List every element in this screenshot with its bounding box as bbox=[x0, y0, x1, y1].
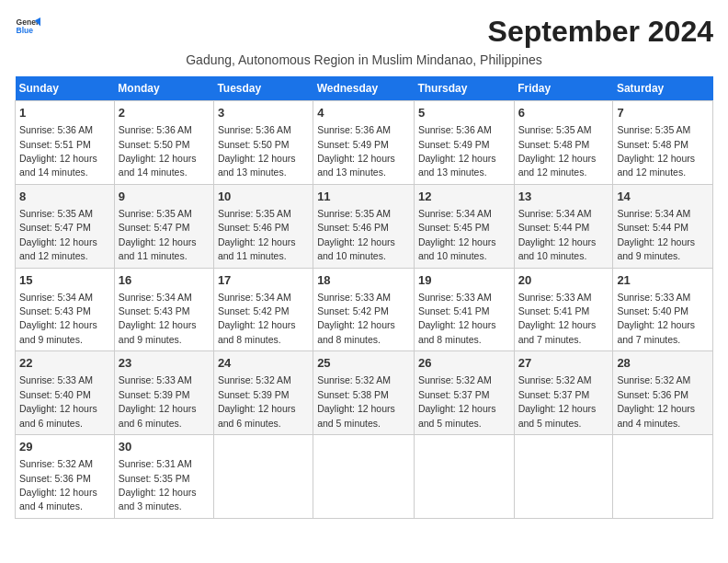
sunrise-info: Sunrise: 5:33 AM bbox=[119, 374, 192, 385]
sunrise-info: Sunrise: 5:32 AM bbox=[19, 458, 93, 469]
sunset-info: Sunset: 5:49 PM bbox=[418, 139, 490, 150]
sunrise-info: Sunrise: 5:34 AM bbox=[19, 292, 93, 303]
sunrise-info: Sunrise: 5:33 AM bbox=[317, 292, 391, 303]
day-number: 20 bbox=[518, 272, 609, 289]
sunset-info: Sunset: 5:46 PM bbox=[317, 222, 389, 233]
table-row: 8Sunrise: 5:35 AMSunset: 5:47 PMDaylight… bbox=[16, 184, 115, 268]
table-row bbox=[414, 435, 514, 519]
day-number: 22 bbox=[19, 355, 110, 372]
day-number: 8 bbox=[19, 189, 110, 205]
day-number: 14 bbox=[617, 189, 709, 205]
table-row: 19Sunrise: 5:33 AMSunset: 5:41 PMDayligh… bbox=[414, 268, 514, 351]
sunset-info: Sunset: 5:40 PM bbox=[19, 389, 91, 400]
sunrise-info: Sunrise: 5:34 AM bbox=[617, 208, 690, 219]
daylight-info: Daylight: 12 hours and 12 minutes. bbox=[19, 236, 97, 261]
day-number: 30 bbox=[119, 439, 210, 455]
table-row: 7Sunrise: 5:35 AMSunset: 5:48 PMDaylight… bbox=[613, 101, 713, 185]
table-row: 18Sunrise: 5:33 AMSunset: 5:42 PMDayligh… bbox=[313, 268, 415, 351]
daylight-info: Daylight: 12 hours and 12 minutes. bbox=[617, 153, 695, 178]
sunset-info: Sunset: 5:48 PM bbox=[617, 139, 688, 150]
table-row bbox=[313, 435, 415, 519]
header-tuesday: Tuesday bbox=[213, 76, 313, 101]
table-row: 29Sunrise: 5:32 AMSunset: 5:36 PMDayligh… bbox=[16, 435, 115, 519]
daylight-info: Daylight: 12 hours and 3 minutes. bbox=[119, 487, 197, 511]
daylight-info: Daylight: 12 hours and 11 minutes. bbox=[119, 236, 197, 261]
sunset-info: Sunset: 5:50 PM bbox=[218, 139, 290, 150]
header-sunday: Sunday bbox=[16, 76, 115, 101]
table-row: 24Sunrise: 5:32 AMSunset: 5:39 PMDayligh… bbox=[213, 351, 313, 435]
daylight-info: Daylight: 12 hours and 6 minutes. bbox=[119, 403, 197, 428]
day-number: 6 bbox=[518, 105, 609, 121]
daylight-info: Daylight: 12 hours and 14 minutes. bbox=[19, 153, 97, 178]
sunrise-info: Sunrise: 5:32 AM bbox=[617, 374, 690, 385]
day-number: 24 bbox=[218, 355, 309, 372]
day-number: 18 bbox=[317, 272, 410, 289]
daylight-info: Daylight: 12 hours and 5 minutes. bbox=[418, 403, 496, 428]
table-row bbox=[514, 435, 613, 519]
daylight-info: Daylight: 12 hours and 4 minutes. bbox=[19, 487, 97, 511]
daylight-info: Daylight: 12 hours and 14 minutes. bbox=[119, 153, 197, 178]
header-saturday: Saturday bbox=[613, 76, 713, 101]
location-title: Gadung, Autonomous Region in Muslim Mind… bbox=[15, 52, 713, 67]
daylight-info: Daylight: 12 hours and 6 minutes. bbox=[19, 403, 97, 428]
sunrise-info: Sunrise: 5:33 AM bbox=[617, 292, 690, 303]
day-number: 26 bbox=[418, 355, 510, 372]
day-number: 13 bbox=[518, 189, 609, 205]
daylight-info: Daylight: 12 hours and 10 minutes. bbox=[418, 236, 496, 261]
day-number: 21 bbox=[617, 272, 709, 289]
day-number: 12 bbox=[418, 189, 510, 205]
sunset-info: Sunset: 5:41 PM bbox=[418, 305, 490, 316]
day-number: 2 bbox=[119, 105, 210, 121]
day-number: 17 bbox=[218, 272, 309, 289]
day-number: 25 bbox=[317, 355, 410, 372]
sunrise-info: Sunrise: 5:36 AM bbox=[19, 124, 93, 135]
svg-text:Blue: Blue bbox=[17, 26, 34, 35]
table-row: 20Sunrise: 5:33 AMSunset: 5:41 PMDayligh… bbox=[514, 268, 613, 351]
sunrise-info: Sunrise: 5:35 AM bbox=[19, 208, 93, 219]
table-row: 10Sunrise: 5:35 AMSunset: 5:46 PMDayligh… bbox=[213, 184, 313, 268]
table-row: 27Sunrise: 5:32 AMSunset: 5:37 PMDayligh… bbox=[514, 351, 613, 435]
sunset-info: Sunset: 5:47 PM bbox=[119, 222, 190, 233]
sunrise-info: Sunrise: 5:36 AM bbox=[218, 124, 291, 135]
sunrise-info: Sunrise: 5:32 AM bbox=[418, 374, 492, 385]
sunset-info: Sunset: 5:38 PM bbox=[317, 389, 389, 400]
sunrise-info: Sunrise: 5:33 AM bbox=[518, 292, 592, 303]
sunrise-info: Sunrise: 5:34 AM bbox=[418, 208, 492, 219]
daylight-info: Daylight: 12 hours and 11 minutes. bbox=[218, 236, 296, 261]
sunrise-info: Sunrise: 5:36 AM bbox=[119, 124, 192, 135]
table-row: 30Sunrise: 5:31 AMSunset: 5:35 PMDayligh… bbox=[114, 435, 213, 519]
sunrise-info: Sunrise: 5:35 AM bbox=[617, 124, 690, 135]
daylight-info: Daylight: 12 hours and 6 minutes. bbox=[218, 403, 296, 428]
sunset-info: Sunset: 5:47 PM bbox=[19, 222, 91, 233]
header-wednesday: Wednesday bbox=[313, 76, 415, 101]
table-row: 15Sunrise: 5:34 AMSunset: 5:43 PMDayligh… bbox=[16, 268, 115, 351]
sunset-info: Sunset: 5:42 PM bbox=[218, 305, 290, 316]
daylight-info: Daylight: 12 hours and 7 minutes. bbox=[617, 319, 695, 344]
month-title: September 2024 bbox=[488, 15, 713, 49]
sunset-info: Sunset: 5:40 PM bbox=[617, 305, 688, 316]
sunrise-info: Sunrise: 5:34 AM bbox=[119, 292, 192, 303]
daylight-info: Daylight: 12 hours and 10 minutes. bbox=[317, 236, 395, 261]
day-number: 4 bbox=[317, 105, 410, 121]
sunrise-info: Sunrise: 5:35 AM bbox=[518, 124, 592, 135]
table-row bbox=[613, 435, 713, 519]
sunset-info: Sunset: 5:39 PM bbox=[218, 389, 290, 400]
table-row: 12Sunrise: 5:34 AMSunset: 5:45 PMDayligh… bbox=[414, 184, 514, 268]
daylight-info: Daylight: 12 hours and 13 minutes. bbox=[317, 153, 395, 178]
sunset-info: Sunset: 5:46 PM bbox=[218, 222, 290, 233]
sunset-info: Sunset: 5:43 PM bbox=[19, 305, 91, 316]
sunrise-info: Sunrise: 5:32 AM bbox=[518, 374, 592, 385]
day-number: 9 bbox=[119, 189, 210, 205]
daylight-info: Daylight: 12 hours and 5 minutes. bbox=[518, 403, 597, 428]
header-thursday: Thursday bbox=[414, 76, 514, 101]
table-row: 9Sunrise: 5:35 AMSunset: 5:47 PMDaylight… bbox=[114, 184, 213, 268]
logo: General Blue bbox=[15, 15, 40, 40]
table-row: 25Sunrise: 5:32 AMSunset: 5:38 PMDayligh… bbox=[313, 351, 415, 435]
table-row: 21Sunrise: 5:33 AMSunset: 5:40 PMDayligh… bbox=[613, 268, 713, 351]
sunrise-info: Sunrise: 5:34 AM bbox=[518, 208, 592, 219]
daylight-info: Daylight: 12 hours and 8 minutes. bbox=[218, 319, 296, 344]
daylight-info: Daylight: 12 hours and 7 minutes. bbox=[518, 319, 597, 344]
day-number: 1 bbox=[19, 105, 110, 121]
day-number: 5 bbox=[418, 105, 510, 121]
daylight-info: Daylight: 12 hours and 9 minutes. bbox=[119, 319, 197, 344]
